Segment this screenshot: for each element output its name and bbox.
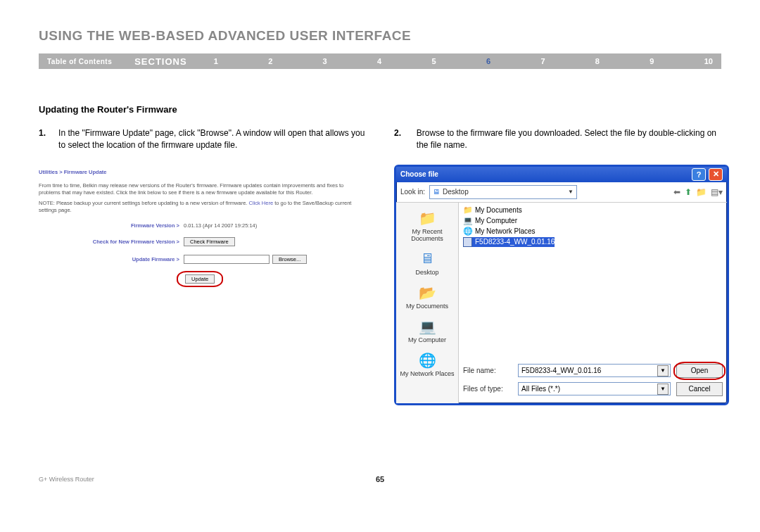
list-item[interactable]: 💻 My Computer bbox=[463, 216, 723, 226]
file-name-value: F5D8233-4_WW_0.01.16 bbox=[521, 367, 601, 374]
nav-section-numbers: 1 2 3 4 5 6 7 8 9 10 bbox=[200, 57, 721, 65]
places-bar: 📁 My Recent Documents 🖥 Desktop 📂 My Doc… bbox=[396, 203, 459, 403]
desktop-place-icon: 🖥 bbox=[417, 249, 438, 269]
place-mycomp[interactable]: 💻 My Computer bbox=[396, 314, 458, 346]
chevron-down-icon[interactable]: ▼ bbox=[657, 384, 669, 395]
step-1-text: In the "Firmware Update" page, click "Br… bbox=[58, 127, 366, 152]
list-item-selected[interactable]: F5D8233-4_WW_0.01.16 bbox=[463, 237, 555, 247]
firmware-note-a: NOTE: Please backup your current setting… bbox=[39, 200, 247, 206]
footer: G+ Wireless Router 65 bbox=[39, 476, 721, 483]
nav-sec-6[interactable]: 6 bbox=[486, 57, 490, 65]
recent-icon: 📁 bbox=[417, 208, 438, 228]
file-list: 📁 My Documents 💻 My Computer 🌐 My Networ… bbox=[459, 203, 727, 360]
nav-sec-7[interactable]: 7 bbox=[540, 57, 545, 65]
file-name-input[interactable]: F5D8233-4_WW_0.01.16 ▼ bbox=[518, 364, 671, 377]
update-highlight: Update bbox=[179, 272, 220, 286]
step-2-num: 2. bbox=[394, 127, 404, 152]
click-here-link[interactable]: Click Here bbox=[249, 200, 274, 206]
nav-sections-label: SECTIONS bbox=[120, 56, 199, 67]
choose-file-dialog: Choose file ? ✕ Look in: 🖥 Desktop ▼ bbox=[394, 165, 729, 405]
nav-sec-1[interactable]: 1 bbox=[214, 57, 218, 65]
list-item[interactable]: 📁 My Documents bbox=[463, 205, 723, 215]
new-folder-icon[interactable]: 📁 bbox=[696, 187, 707, 197]
files-of-type-label: Files of type: bbox=[463, 385, 512, 393]
firmware-breadcrumb: Utilities > Firmware Update bbox=[39, 169, 366, 175]
files-of-type-select[interactable]: All Files (*.*) ▼ bbox=[518, 382, 671, 395]
dialog-title-bar: Choose file ? ✕ bbox=[396, 167, 727, 182]
browse-button[interactable]: Browse... bbox=[272, 255, 307, 264]
nav-sec-5[interactable]: 5 bbox=[431, 57, 436, 65]
nav-sec-10[interactable]: 10 bbox=[704, 57, 713, 65]
update-firmware-label: Update Firmware > bbox=[39, 256, 184, 262]
update-button[interactable]: Update bbox=[185, 274, 215, 284]
nav-toc-link[interactable]: Table of Contents bbox=[39, 58, 120, 65]
product-name: G+ Wireless Router bbox=[39, 476, 94, 483]
place-network[interactable]: 🌐 My Network Places bbox=[396, 348, 458, 380]
file-icon bbox=[463, 237, 472, 246]
files-of-type-value: All Files (*.*) bbox=[521, 385, 560, 393]
view-menu-icon[interactable]: ▤▾ bbox=[711, 187, 723, 197]
firmware-update-panel: Utilities > Firmware Update From time to… bbox=[39, 165, 366, 290]
step-2-text: Browse to the firmware file you download… bbox=[417, 127, 721, 152]
sub-heading: Updating the Router's Firmware bbox=[39, 104, 366, 115]
nav-sec-4[interactable]: 4 bbox=[377, 57, 381, 65]
up-icon[interactable]: ⬆ bbox=[685, 187, 692, 197]
dialog-bottom: File name: F5D8233-4_WW_0.01.16 ▼ Open F… bbox=[459, 360, 727, 403]
network-places-icon: 🌐 bbox=[463, 227, 472, 236]
page-number: 65 bbox=[376, 475, 384, 483]
cancel-button[interactable]: Cancel bbox=[676, 382, 723, 396]
nav-sec-3[interactable]: 3 bbox=[323, 57, 327, 65]
close-icon[interactable]: ✕ bbox=[709, 168, 723, 181]
dialog-title: Choose file bbox=[400, 170, 438, 178]
place-desktop[interactable]: 🖥 Desktop bbox=[396, 246, 458, 279]
firmware-desc-2: NOTE: Please backup your current setting… bbox=[39, 200, 366, 214]
folder-icon: 📁 bbox=[463, 205, 472, 215]
firmware-path-input[interactable] bbox=[184, 255, 270, 264]
chevron-down-icon[interactable]: ▼ bbox=[568, 189, 574, 195]
place-recent[interactable]: 📁 My Recent Documents bbox=[396, 205, 458, 245]
check-firmware-button[interactable]: Check Firmware bbox=[184, 237, 235, 246]
step-1: 1. In the "Firmware Update" page, click … bbox=[39, 127, 366, 152]
page-title: USING THE WEB-BASED ADVANCED USER INTERF… bbox=[39, 28, 721, 44]
nav-sec-2[interactable]: 2 bbox=[268, 57, 272, 65]
file-pane: 📁 My Documents 💻 My Computer 🌐 My Networ… bbox=[459, 203, 727, 403]
step-1-num: 1. bbox=[39, 127, 46, 152]
dialog-toolbar: Look in: 🖥 Desktop ▼ ⬅ ⬆ 📁 ▤▾ bbox=[396, 182, 727, 203]
help-icon[interactable]: ? bbox=[692, 168, 706, 181]
mydocs-icon: 📂 bbox=[417, 283, 438, 303]
firmware-version-value: 0.01.13 (Apr 14 2007 19:25:14) bbox=[184, 222, 257, 229]
nav-sec-8[interactable]: 8 bbox=[595, 57, 600, 65]
place-mydocs[interactable]: 📂 My Documents bbox=[396, 280, 458, 312]
look-in-label: Look in: bbox=[400, 188, 425, 196]
nav-sec-9[interactable]: 9 bbox=[650, 57, 654, 65]
back-icon[interactable]: ⬅ bbox=[673, 187, 680, 197]
mycomp-icon: 💻 bbox=[417, 317, 438, 336]
check-firmware-label: Check for New Firmware Version > bbox=[39, 239, 184, 245]
list-item[interactable]: 🌐 My Network Places bbox=[463, 227, 723, 236]
computer-icon: 💻 bbox=[463, 216, 472, 225]
open-button[interactable]: Open bbox=[676, 364, 723, 378]
file-name-label: File name: bbox=[463, 367, 512, 374]
network-icon: 🌐 bbox=[417, 350, 438, 370]
chevron-down-icon[interactable]: ▼ bbox=[657, 365, 669, 376]
desktop-icon: 🖥 bbox=[433, 188, 440, 196]
firmware-desc-1: From time to time, Belkin may release ne… bbox=[39, 182, 366, 196]
firmware-version-label: Firmware Version > bbox=[39, 222, 184, 229]
nav-bar: Table of Contents SECTIONS 1 2 3 4 5 6 7… bbox=[39, 53, 721, 69]
look-in-value: Desktop bbox=[443, 188, 469, 196]
step-2: 2. Browse to the firmware file you downl… bbox=[394, 127, 721, 152]
look-in-combo[interactable]: 🖥 Desktop ▼ bbox=[429, 185, 577, 199]
